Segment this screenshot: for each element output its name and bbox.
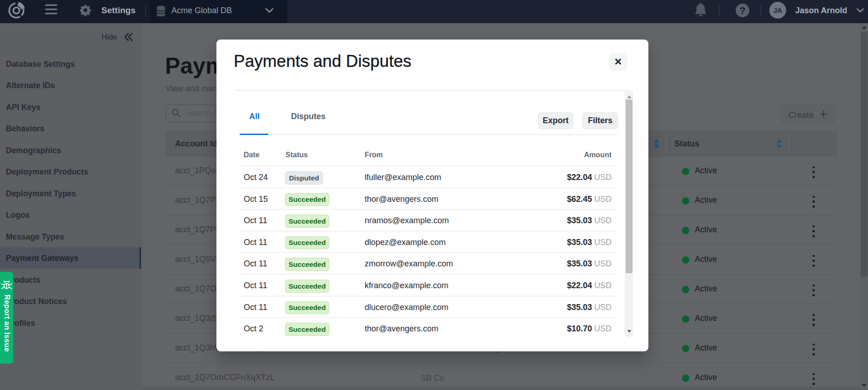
svg-text:?: ? — [739, 5, 745, 16]
